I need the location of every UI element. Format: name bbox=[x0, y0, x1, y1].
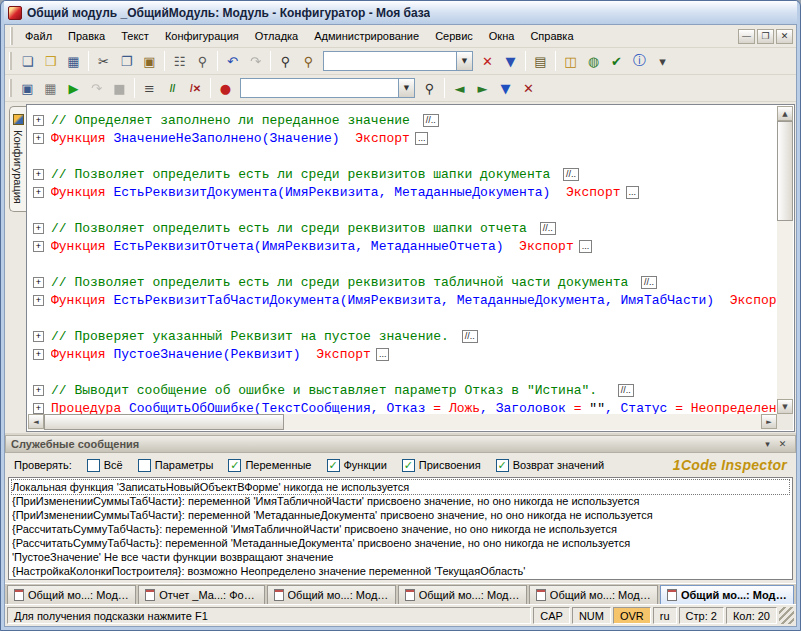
code-line-17[interactable]: +Процедура СообщитьОбОшибке(ТекстСообщен… bbox=[31, 399, 777, 414]
stop-debugging-icon[interactable]: ■ bbox=[108, 77, 131, 99]
fold-expand-icon[interactable]: + bbox=[33, 295, 44, 306]
syntax-check-icon[interactable]: ✔ bbox=[605, 50, 628, 72]
fold-expand-icon[interactable]: + bbox=[33, 385, 44, 396]
open-configuration-icon[interactable]: ◫ bbox=[559, 50, 582, 72]
form-wizard-icon[interactable]: ▦ bbox=[39, 77, 62, 99]
document-tab-3[interactable]: Общий мо...: Модуль bbox=[267, 585, 396, 604]
filter-checkbox-3[interactable]: ✓Переменные bbox=[228, 459, 311, 472]
messages-panel-header[interactable]: Служебные сообщения ▾ ✕ bbox=[5, 435, 796, 453]
menu-grip[interactable] bbox=[10, 27, 13, 45]
document-tab-1[interactable]: Общий мо...: Модуль bbox=[7, 585, 136, 604]
message-row-3[interactable]: {ПриИзмененииСуммыТабЧасти}: переменной … bbox=[12, 508, 789, 522]
uncomment-block-icon[interactable]: /✕ bbox=[184, 77, 207, 99]
collapsed-block[interactable]: //.. bbox=[462, 330, 478, 343]
collapsed-block[interactable]: ... bbox=[376, 348, 390, 361]
document-tab-5[interactable]: Общий мо...: Модуль bbox=[529, 585, 658, 604]
toolbar-grip[interactable] bbox=[9, 79, 12, 97]
collapsed-block[interactable]: //.. bbox=[540, 222, 556, 235]
code-line-9[interactable] bbox=[31, 255, 777, 273]
module-check-icon[interactable]: ▣ bbox=[16, 77, 39, 99]
code-line-2[interactable]: +Функция ЗначениеНеЗаполнено(Значение) Э… bbox=[31, 129, 777, 147]
procedures-combobox[interactable]: ▼ bbox=[240, 78, 415, 98]
templates-icon[interactable]: ▤ bbox=[529, 50, 552, 72]
horizontal-scroll-thumb[interactable] bbox=[44, 414, 284, 430]
horizontal-scrollbar[interactable]: ◄ ► bbox=[28, 414, 777, 430]
message-row-2[interactable]: {ПриИзмененииСуммыТабЧасти}: переменной … bbox=[12, 494, 789, 508]
code-line-4[interactable]: +// Позволяет определить есть ли среди р… bbox=[31, 165, 777, 183]
print-preview-icon[interactable]: ⚲ bbox=[191, 50, 214, 72]
procedures-combobox-dropdown-icon[interactable]: ▼ bbox=[398, 79, 414, 97]
fold-expand-icon[interactable]: + bbox=[33, 133, 44, 144]
panel-menu-icon[interactable]: ▾ bbox=[760, 437, 775, 451]
menu-item-1[interactable]: Файл bbox=[17, 27, 60, 45]
menu-item-3[interactable]: Текст bbox=[113, 27, 157, 45]
scroll-down-icon[interactable]: ▼ bbox=[777, 399, 793, 414]
code-line-8[interactable]: +Функция ЕстьРеквизитОтчета(ИмяРеквизита… bbox=[31, 237, 777, 255]
filter-checkbox-4[interactable]: ✓Функции bbox=[327, 459, 387, 472]
find-replace-icon[interactable]: ⚲ bbox=[297, 50, 320, 72]
scroll-up-icon[interactable]: ▲ bbox=[777, 106, 793, 121]
fold-expand-icon[interactable]: + bbox=[33, 115, 44, 126]
code-editor[interactable]: +// Определяет заполнено ли переданное з… bbox=[26, 104, 795, 432]
collapsed-block[interactable]: //.. bbox=[641, 276, 657, 289]
document-tab-4[interactable]: Общий мо...: Модуль bbox=[398, 585, 527, 604]
document-tab-2[interactable]: Отчет _Ма...: Форма bbox=[138, 585, 264, 604]
message-row-1[interactable]: Локальная функция 'ЗаписатьНовыйОбъектВФ… bbox=[12, 480, 789, 494]
format-block-icon[interactable]: ≡ bbox=[138, 77, 161, 99]
messages-list[interactable]: Локальная функция 'ЗаписатьНовыйОбъектВФ… bbox=[8, 477, 793, 580]
debug-client-icon[interactable]: ◍ bbox=[582, 50, 605, 72]
code-line-6[interactable] bbox=[31, 201, 777, 219]
status-overwrite-indicator[interactable]: OVR bbox=[613, 607, 651, 624]
fold-expand-icon[interactable]: + bbox=[33, 331, 44, 342]
child-restore-button[interactable]: ❐ bbox=[757, 29, 774, 44]
menu-item-6[interactable]: Администрирование bbox=[306, 27, 427, 45]
filter-checkbox-2[interactable]: Параметры bbox=[138, 459, 214, 472]
cut-icon[interactable]: ✂ bbox=[92, 50, 115, 72]
fold-expand-icon[interactable]: + bbox=[33, 169, 44, 180]
code-line-10[interactable]: +// Позволяет определить есть ли среди р… bbox=[31, 273, 777, 291]
collapsed-block[interactable]: ... bbox=[626, 186, 640, 199]
document-tab-6[interactable]: Общий мо...: Модуль bbox=[660, 585, 794, 604]
message-row-4[interactable]: {РассчитатьСуммуТабЧасть}: переменной 'И… bbox=[12, 522, 789, 536]
child-close-button[interactable]: ✕ bbox=[776, 29, 793, 44]
filter-checkbox-1[interactable]: Всё bbox=[87, 459, 123, 472]
fold-expand-icon[interactable]: + bbox=[33, 277, 44, 288]
checkbox-icon[interactable] bbox=[87, 459, 100, 472]
collapsed-block[interactable]: ... bbox=[415, 132, 429, 145]
code-area[interactable]: +// Определяет заполнено ли переданное з… bbox=[28, 106, 777, 414]
menu-item-4[interactable]: Конфигурация bbox=[157, 27, 247, 45]
forward-icon[interactable]: ► bbox=[471, 77, 494, 99]
menu-item-8[interactable]: Окна bbox=[481, 27, 523, 45]
checkbox-icon[interactable] bbox=[138, 459, 151, 472]
child-minimize-button[interactable]: ― bbox=[738, 29, 755, 44]
checkbox-icon[interactable]: ✓ bbox=[496, 459, 509, 472]
comment-block-icon[interactable]: // bbox=[161, 77, 184, 99]
panel-close-icon[interactable]: ✕ bbox=[775, 437, 790, 451]
vertical-scroll-thumb[interactable] bbox=[777, 121, 793, 221]
fold-expand-icon[interactable]: + bbox=[33, 223, 44, 234]
open-file-icon[interactable]: ❒ bbox=[39, 50, 62, 72]
code-line-5[interactable]: +Функция ЕстьРеквизитДокумента(ИмяРеквиз… bbox=[31, 183, 777, 201]
save-icon[interactable]: ▦ bbox=[62, 50, 85, 72]
code-line-12[interactable] bbox=[31, 309, 777, 327]
status-language-indicator[interactable]: ru bbox=[653, 607, 677, 624]
collapsed-block[interactable]: //.. bbox=[423, 114, 439, 127]
find-icon[interactable]: ⚲ bbox=[274, 50, 297, 72]
checkbox-icon[interactable]: ✓ bbox=[402, 459, 415, 472]
code-line-7[interactable]: +// Позволяет определить есть ли среди р… bbox=[31, 219, 777, 237]
search-combobox[interactable]: ▼ bbox=[323, 51, 473, 71]
code-line-11[interactable]: +Функция ЕстьРеквизитТабЧастиДокумента(И… bbox=[31, 291, 777, 309]
status-caps-indicator[interactable]: CAP bbox=[533, 607, 570, 624]
breakpoint-icon[interactable]: ● bbox=[214, 77, 237, 99]
resize-grip[interactable] bbox=[779, 607, 794, 624]
collapsed-block[interactable]: //.. bbox=[618, 384, 634, 397]
menu-item-7[interactable]: Сервис bbox=[427, 27, 481, 45]
collapsed-block[interactable]: //.. bbox=[563, 168, 579, 181]
copy-icon[interactable]: ❐ bbox=[115, 50, 138, 72]
code-line-15[interactable] bbox=[31, 363, 777, 381]
fold-expand-icon[interactable]: + bbox=[33, 403, 44, 414]
print-icon[interactable]: ☷ bbox=[168, 50, 191, 72]
title-bar[interactable]: Общий модуль _ОбщийМодуль: Модуль - Конф… bbox=[4, 1, 797, 24]
app-icon[interactable] bbox=[8, 6, 22, 20]
checkbox-icon[interactable]: ✓ bbox=[327, 459, 340, 472]
